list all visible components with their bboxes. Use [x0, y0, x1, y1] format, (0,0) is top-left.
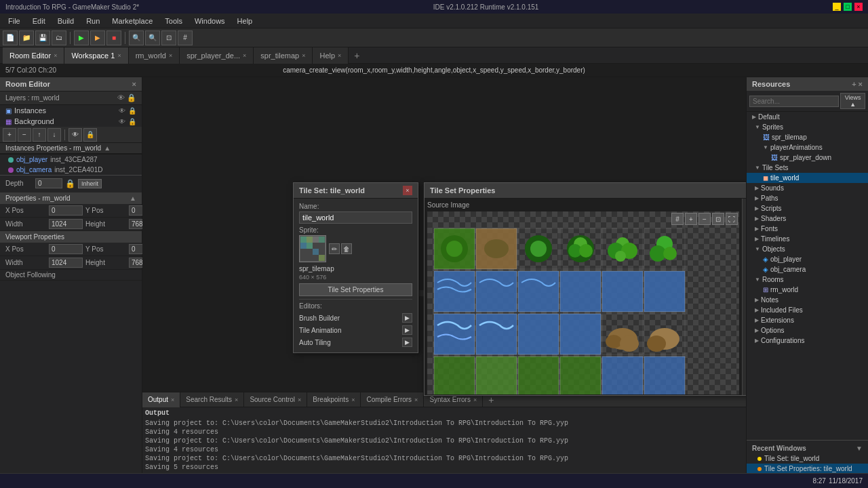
tree-paths[interactable]: ▶ Paths	[747, 193, 868, 203]
add-resource-icon[interactable]: +	[852, 80, 856, 88]
lock-icon[interactable]: 🔒	[127, 94, 136, 102]
output-tab-breakpoints[interactable]: Breakpoints ×	[307, 392, 361, 407]
tree-options[interactable]: ▶ Options	[747, 325, 868, 336]
tree-tile-sets[interactable]: ▼ Tile Sets	[747, 163, 868, 173]
tsp-fullscreen-btn[interactable]: ⛶	[726, 213, 738, 225]
lock-all-btn[interactable]: 🔒	[83, 128, 97, 142]
tile-animation-btn[interactable]: ▶	[402, 325, 412, 335]
layer-background[interactable]: ▦ Background 👁 🔒	[0, 116, 142, 127]
tree-sprites[interactable]: ▼ Sprites	[747, 122, 868, 132]
close-search-tab[interactable]: ×	[235, 396, 238, 403]
recent-tileset-props[interactable]: Tile Set Properties: tile_world	[747, 464, 868, 474]
tree-default[interactable]: ▶ Default	[747, 112, 868, 122]
eye-all-btn[interactable]: 👁	[68, 128, 82, 142]
menu-build[interactable]: Build	[52, 16, 79, 26]
properties-expand-icon[interactable]: ▲	[130, 195, 136, 202]
x-pos-input[interactable]	[49, 205, 83, 216]
brush-builder-btn[interactable]: ▶	[402, 313, 412, 323]
tree-rm-world[interactable]: ⊞ rm_world	[747, 285, 868, 295]
eye-icon[interactable]: 👁	[117, 94, 125, 102]
menu-edit[interactable]: Edit	[27, 16, 51, 26]
close-button[interactable]: ×	[854, 3, 863, 11]
close-rm-world-tab[interactable]: ×	[169, 52, 172, 59]
tab-help[interactable]: Help ×	[313, 47, 349, 64]
debug-btn[interactable]: ▶	[90, 30, 105, 45]
tab-workspace1[interactable]: Workspace 1 ×	[64, 47, 128, 64]
tab-room-editor[interactable]: Room Editor ×	[3, 47, 64, 64]
add-layer-btn[interactable]: +	[3, 128, 16, 142]
resources-search-input[interactable]	[749, 96, 839, 107]
save-btn[interactable]: 💾	[35, 30, 50, 45]
output-tab-output[interactable]: Output ×	[142, 392, 180, 407]
tree-fonts[interactable]: ▶ Fonts	[747, 224, 868, 234]
tab-spr-player[interactable]: spr_player_de... ×	[180, 47, 254, 64]
close-help-tab[interactable]: ×	[338, 52, 341, 59]
remove-layer-btn[interactable]: −	[18, 128, 31, 142]
tree-sounds[interactable]: ▶ Sounds	[747, 183, 868, 193]
menu-tools[interactable]: Tools	[159, 16, 188, 26]
close-breakpoints-tab[interactable]: ×	[351, 396, 355, 403]
inherit-btn[interactable]: Inherit	[78, 179, 102, 188]
tileset-name-value[interactable]: tile_world	[299, 211, 412, 224]
menu-run[interactable]: Run	[81, 16, 105, 26]
tree-notes[interactable]: ▶ Notes	[747, 295, 868, 305]
close-workspace-tab[interactable]: ×	[117, 52, 121, 59]
tile-animation-row[interactable]: Tile Animation ▶	[299, 324, 412, 336]
layer-lock-icon[interactable]: 🔒	[128, 107, 136, 115]
layer-bg-eye-icon[interactable]: 👁	[119, 118, 125, 125]
tab-rm-world[interactable]: rm_world ×	[129, 47, 180, 64]
tree-extensions[interactable]: ▶ Extensions	[747, 315, 868, 325]
clear-sprite-btn[interactable]: 🗑	[341, 243, 352, 254]
tree-configurations[interactable]: ▶ Configurations	[747, 336, 868, 346]
recent-tileset[interactable]: Tile Set: tile_world	[747, 453, 868, 464]
minimize-button[interactable]: _	[833, 3, 841, 11]
vp-x-input[interactable]	[49, 244, 83, 254]
close-spr-tilemap-tab[interactable]: ×	[302, 52, 305, 59]
new-btn[interactable]: 📄	[3, 30, 18, 45]
layer-bg-lock-icon[interactable]: 🔒	[128, 118, 136, 125]
tsp-zoom-in-btn[interactable]: +	[685, 213, 697, 225]
tileset-window-header[interactable]: Tile Set: tile_world ×	[294, 183, 418, 199]
tsp-fit-btn[interactable]: ⊡	[712, 213, 724, 225]
maximize-button[interactable]: □	[844, 3, 852, 11]
close-source-tab[interactable]: ×	[298, 396, 301, 403]
close-syntax-tab[interactable]: ×	[473, 396, 477, 403]
add-tab-button[interactable]: +	[349, 50, 365, 61]
grid-btn[interactable]: #	[178, 30, 193, 45]
tree-tile-world[interactable]: ◼ tile_world	[747, 173, 868, 183]
tab-spr-tilemap[interactable]: spr_tilemap ×	[254, 47, 313, 64]
output-tab-search[interactable]: Search Results ×	[180, 392, 244, 407]
tree-obj-camera[interactable]: ◈ obj_camera	[747, 264, 868, 274]
instance-obj-player[interactable]: obj_player inst_43CEA287	[0, 155, 142, 165]
tsp-zoom-out-btn[interactable]: −	[698, 213, 711, 225]
close-output-tab[interactable]: ×	[171, 396, 174, 403]
instances-properties-header[interactable]: Instances Properties - rm_world ▲	[0, 143, 142, 154]
tree-timelines[interactable]: ▶ Timelines	[747, 234, 868, 244]
edit-sprite-btn[interactable]: ✏	[329, 243, 340, 254]
zoom-out-btn[interactable]: 🔍	[145, 30, 160, 45]
brush-builder-row[interactable]: Brush Builder ▶	[299, 312, 412, 324]
tree-objects[interactable]: ▼ Objects	[747, 244, 868, 254]
output-tab-source[interactable]: Source Control ×	[244, 392, 307, 407]
tree-spr-player-down[interactable]: 🖼 spr_player_down	[747, 152, 868, 163]
tree-spr-tilemap[interactable]: 🖼 spr_tilemap	[747, 132, 868, 142]
tree-scripts[interactable]: ▶ Scripts	[747, 203, 868, 214]
tree-player-animations[interactable]: ▼ playerAnimations	[747, 142, 868, 152]
close-spr-player-tab[interactable]: ×	[243, 52, 246, 59]
menu-marketplace[interactable]: Marketplace	[106, 16, 158, 26]
tree-included-files[interactable]: ▶ Included Files	[747, 305, 868, 315]
zoom-in-btn[interactable]: 🔍	[129, 30, 144, 45]
tile-image-display[interactable]: # + − ⊡ ⛶	[427, 211, 739, 394]
tree-obj-player[interactable]: ◈ obj_player	[747, 254, 868, 264]
zoom-fit-btn[interactable]: ⊡	[161, 30, 176, 45]
move-down-btn[interactable]: ↓	[47, 128, 61, 142]
close-room-editor-tab[interactable]: ×	[54, 52, 57, 59]
recent-expand-icon[interactable]: ▼	[856, 445, 863, 452]
tileset-props-btn[interactable]: Tile Set Properties	[299, 283, 412, 296]
output-tab-compile[interactable]: Compile Errors ×	[361, 392, 424, 407]
close-resources-icon[interactable]: ×	[859, 80, 863, 88]
move-up-btn[interactable]: ↑	[33, 128, 46, 142]
layer-instances[interactable]: ▣ Instances 👁 🔒	[0, 105, 142, 116]
vp-width-input[interactable]	[49, 258, 83, 268]
instance-obj-camera[interactable]: obj_camera inst_2CEA401D	[0, 165, 142, 175]
